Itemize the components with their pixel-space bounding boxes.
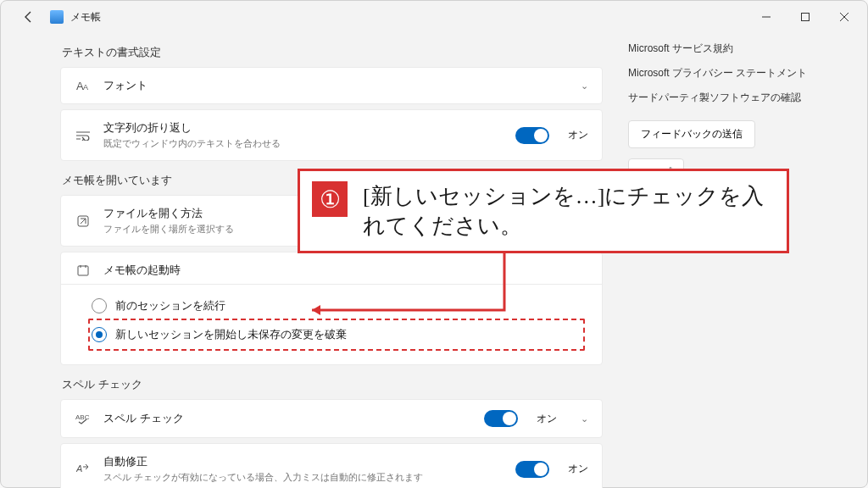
wrap-title: 文字列の折り返し (103, 120, 504, 136)
window-controls (747, 3, 864, 30)
feedback-button[interactable]: フィードバックの送信 (628, 120, 755, 148)
font-row[interactable]: AA フォント ⌄ (60, 67, 603, 104)
arrow-left-icon (22, 10, 36, 24)
svg-text:A: A (83, 83, 88, 92)
window-title: メモ帳 (70, 10, 101, 25)
callout-text: [新しいセッションを…]にチェックを入れてください。 (363, 181, 771, 241)
spellcheck-row[interactable]: ABC スペル チェック オン ⌄ (60, 399, 603, 438)
spellcheck-title: スペル チェック (103, 411, 472, 426)
font-icon: AA (75, 79, 92, 92)
autocorrect-state: オン (568, 462, 588, 476)
wrap-sub: 既定でウィンドウ内のテキストを合わせる (103, 137, 504, 150)
link-third-party[interactable]: サードパーティ製ソフトウェアの確認 (628, 91, 823, 105)
autocorrect-row[interactable]: A 自動修正 スペル チェックが有効になっている場合、入力ミスは自動的に修正され… (60, 443, 603, 488)
wrap-icon (75, 130, 92, 141)
close-button[interactable] (825, 3, 864, 30)
spellcheck-icon: ABC (75, 413, 92, 424)
highlight-box: 新しいセッションを開始し未保存の変更を破棄 (88, 319, 585, 351)
back-button[interactable] (14, 3, 43, 31)
callout-number: ① (312, 181, 348, 217)
link-ms-privacy[interactable]: Microsoft プライバシー ステートメント (628, 66, 823, 80)
startup-icon (75, 264, 92, 276)
radio-new-label: 新しいセッションを開始し未保存の変更を破棄 (115, 327, 347, 342)
chevron-down-icon: ⌄ (581, 80, 588, 92)
open-file-icon (75, 215, 92, 227)
maximize-icon (801, 13, 810, 21)
radio-new-session[interactable]: 新しいセッションを開始し未保存の変更を破棄 (92, 322, 481, 347)
spellcheck-toggle[interactable] (484, 410, 518, 427)
wrap-row[interactable]: 文字列の折り返し 既定でウィンドウ内のテキストを合わせる オン (60, 109, 603, 161)
startup-radio-group: 前のセッションを続行 新しいセッションを開始し未保存の変更を破棄 (60, 284, 603, 365)
section-spell: スペル チェック (62, 377, 603, 392)
radio-continue-session[interactable]: 前のセッションを続行 (92, 293, 585, 319)
autocorrect-title: 自動修正 (103, 454, 504, 469)
notepad-icon (50, 10, 64, 24)
svg-rect-5 (78, 266, 88, 275)
close-icon (840, 13, 849, 21)
radio-icon (92, 298, 107, 313)
maximize-button[interactable] (786, 3, 825, 30)
wrap-toggle[interactable] (515, 127, 549, 144)
spellcheck-state: オン (537, 412, 557, 426)
chevron-down-icon: ⌄ (581, 413, 588, 424)
font-label: フォント (103, 78, 569, 93)
section-text-format: テキストの書式設定 (62, 45, 603, 60)
content-area: テキストの書式設定 AA フォント ⌄ 文字列の折り返し 既定でウィンドウ内のテ… (1, 33, 867, 488)
minimize-button[interactable] (747, 3, 786, 30)
svg-text:ABC: ABC (75, 413, 90, 421)
annotation-callout: ① [新しいセッションを…]にチェックを入れてください。 (298, 169, 789, 253)
minimize-icon (762, 13, 771, 21)
svg-text:A: A (76, 463, 82, 474)
link-ms-terms[interactable]: Microsoft サービス規約 (628, 42, 823, 56)
autocorrect-icon: A (75, 463, 92, 475)
side-column: Microsoft サービス規約 Microsoft プライバシー ステートメン… (628, 33, 823, 488)
settings-window: メモ帳 テキストの書式設定 AA フォント ⌄ 文字列の折り返し (0, 0, 868, 488)
autocorrect-sub: スペル チェックが有効になっている場合、入力ミスは自動的に修正されます (103, 471, 504, 484)
wrap-state: オン (568, 128, 588, 142)
svg-rect-1 (802, 14, 810, 21)
main-column: テキストの書式設定 AA フォント ⌄ 文字列の折り返し 既定でウィンドウ内のテ… (60, 33, 603, 488)
autocorrect-toggle[interactable] (515, 461, 549, 478)
startup-title: メモ帳の起動時 (103, 263, 588, 278)
titlebar: メモ帳 (1, 1, 867, 33)
radio-continue-label: 前のセッションを続行 (115, 298, 225, 313)
radio-icon-selected (92, 327, 107, 342)
